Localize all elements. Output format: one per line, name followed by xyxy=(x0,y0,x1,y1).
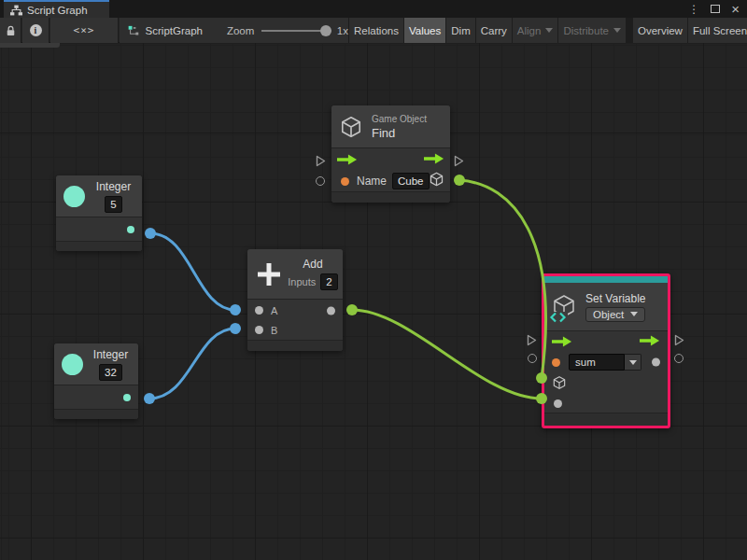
wire-integer1-to-add-a xyxy=(150,233,235,310)
integer2-value-field[interactable]: 32 xyxy=(99,364,122,381)
full-screen-label: Full Screen xyxy=(693,25,747,36)
maximize-icon[interactable] xyxy=(711,5,720,13)
set-variable-body: sum xyxy=(544,331,668,413)
set-variable-output-port[interactable] xyxy=(652,358,660,367)
values-button[interactable]: Values xyxy=(404,18,445,43)
window-controls: ⋮ × xyxy=(688,0,740,18)
find-node[interactable]: Game Object Find Name xyxy=(331,105,450,203)
add-input-a-label: A xyxy=(271,305,277,316)
dim-label: Dim xyxy=(451,25,470,36)
flow-in-port[interactable] xyxy=(337,154,358,165)
integer-node-2[interactable]: Integer 32 xyxy=(54,343,138,419)
value-input-port[interactable] xyxy=(554,399,562,408)
graph-breadcrumb[interactable]: ScriptGraph Zoom 1x xyxy=(120,18,349,43)
chevron-down-icon xyxy=(613,28,621,33)
window-menu-icon[interactable]: ⋮ xyxy=(688,4,699,15)
integer2-header[interactable]: Integer 32 xyxy=(54,343,138,385)
carry-label: Carry xyxy=(481,25,507,36)
dim-button[interactable]: Dim xyxy=(446,18,474,43)
close-icon[interactable]: × xyxy=(731,2,740,16)
code-icon: <×> xyxy=(74,24,95,36)
code-view-button[interactable]: <×> xyxy=(50,18,119,43)
relations-label: Relations xyxy=(354,25,399,36)
variable-name-input-port[interactable] xyxy=(552,358,560,367)
zoom-level: 1x xyxy=(337,25,348,36)
wire-integer2-to-add-b xyxy=(149,329,235,399)
wire-add-to-setvariable-value xyxy=(352,310,542,399)
distribute-button[interactable]: Distribute xyxy=(558,18,626,43)
add-footer xyxy=(247,341,343,351)
integer1-header[interactable]: Integer 5 xyxy=(56,175,142,217)
set-variable-header[interactable]: Set Variable Object xyxy=(544,283,668,331)
find-param-label: Name xyxy=(357,175,387,188)
canvas-corner-strip xyxy=(0,43,60,48)
flow-out-port[interactable] xyxy=(640,335,660,346)
zoom-slider[interactable] xyxy=(261,18,331,43)
graph-canvas[interactable]: Integer 5 Integer 32 xyxy=(0,43,747,560)
graph-toolbar: i <×> ScriptGraph Zoom 1x Relations Valu… xyxy=(0,18,747,43)
add-input-b-port[interactable] xyxy=(255,326,263,334)
align-button[interactable]: Align xyxy=(513,18,558,43)
lock-icon xyxy=(6,25,16,36)
variable-chevrons-icon xyxy=(549,312,568,323)
find-header[interactable]: Game Object Find xyxy=(331,105,450,148)
variable-name-dropdown[interactable]: sum xyxy=(569,354,641,371)
find-name-field[interactable]: Cube xyxy=(392,173,430,189)
setvariable-flow-out-outer-port[interactable] xyxy=(674,333,684,350)
add-inputs-label: Inputs xyxy=(288,276,316,287)
add-header[interactable]: Add Inputs 2 xyxy=(247,249,343,300)
carry-button[interactable]: Carry xyxy=(476,18,512,43)
setvariable-name-outer-port[interactable] xyxy=(528,354,537,363)
variable-name-value: sum xyxy=(569,354,625,371)
add-node[interactable]: Add Inputs 2 A B xyxy=(247,249,343,351)
setvariable-flow-in-outer-port[interactable] xyxy=(527,333,537,350)
variable-name-dropdown-button[interactable] xyxy=(625,354,641,371)
align-label: Align xyxy=(517,25,542,36)
values-label: Values xyxy=(409,25,441,36)
full-screen-button[interactable]: Full Screen xyxy=(688,18,747,43)
flow-out-port[interactable] xyxy=(424,153,444,164)
set-variable-node[interactable]: Set Variable Object xyxy=(542,273,670,428)
integer1-value-field[interactable]: 5 xyxy=(105,196,121,213)
find-flow-in-outer-port[interactable] xyxy=(316,154,326,171)
graph-hierarchy-icon xyxy=(10,5,22,16)
find-body: Name Cube xyxy=(331,148,450,192)
object-input-port[interactable] xyxy=(552,375,567,390)
add-input-a-port[interactable] xyxy=(255,306,263,315)
integer1-output-port[interactable] xyxy=(127,226,134,233)
find-name-outer-port[interactable] xyxy=(316,176,325,186)
variable-scope-dropdown[interactable]: Object xyxy=(585,307,645,322)
variable-scope-value: Object xyxy=(593,309,624,320)
find-flow-out-outer-port[interactable] xyxy=(454,154,464,171)
find-category: Game Object xyxy=(372,114,427,124)
integer1-body xyxy=(56,217,142,242)
add-output-port[interactable] xyxy=(327,306,335,315)
set-variable-footer xyxy=(544,413,668,426)
setvariable-output-outer-port[interactable] xyxy=(674,354,684,363)
zoom-slider-handle[interactable] xyxy=(320,25,331,36)
integer2-body xyxy=(54,385,138,410)
tab-script-graph[interactable]: Script Graph xyxy=(4,0,109,18)
flow-in-port[interactable] xyxy=(552,336,572,347)
inspector-button[interactable]: i xyxy=(22,18,49,43)
add-input-b-label: B xyxy=(271,325,277,336)
relations-button[interactable]: Relations xyxy=(349,18,403,43)
integer-type-icon xyxy=(62,354,83,375)
scriptgraph-icon xyxy=(128,24,139,37)
find-name-input-port[interactable] xyxy=(341,177,349,186)
find-gameobject-output-port[interactable] xyxy=(429,172,444,188)
lock-button[interactable] xyxy=(0,18,21,43)
zoom-label: Zoom xyxy=(227,25,254,36)
integer2-title: Integer xyxy=(93,348,128,361)
set-variable-selection-strip xyxy=(544,276,668,283)
integer2-output-port[interactable] xyxy=(123,394,131,401)
find-footer xyxy=(331,192,450,203)
overview-button[interactable]: Overview xyxy=(633,18,687,43)
find-title: Find xyxy=(372,126,395,140)
chevron-down-icon xyxy=(629,360,637,365)
add-inputs-count-field[interactable]: 2 xyxy=(320,273,337,290)
integer-node-1[interactable]: Integer 5 xyxy=(56,175,142,251)
integer1-title: Integer xyxy=(96,180,131,193)
integer2-footer xyxy=(54,410,138,419)
integer1-footer xyxy=(56,242,142,251)
